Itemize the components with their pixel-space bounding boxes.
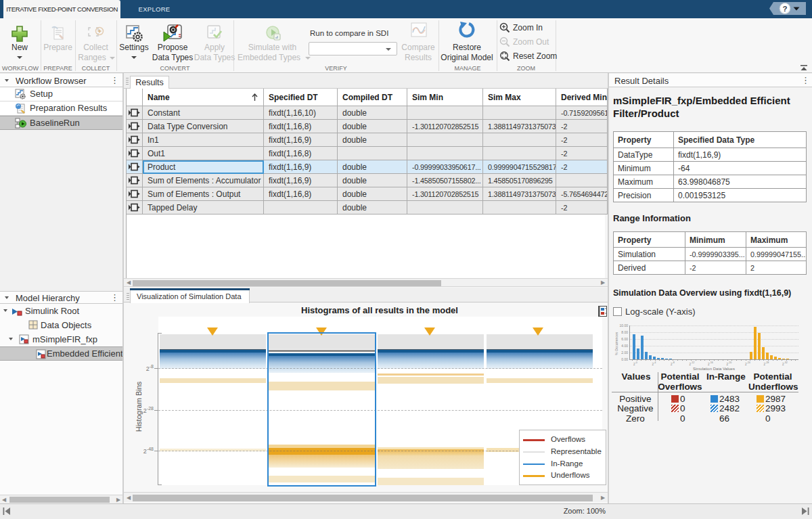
svg-text:?: ?	[782, 5, 787, 13]
